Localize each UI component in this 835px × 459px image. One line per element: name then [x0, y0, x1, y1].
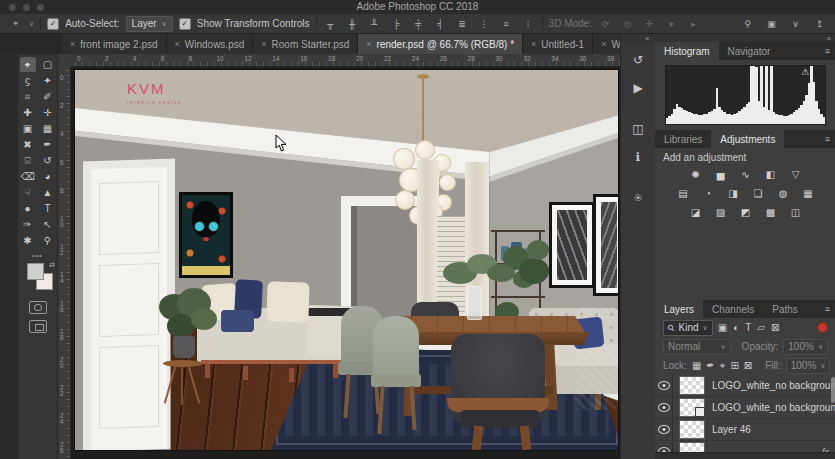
- dodge-tool[interactable]: ▲: [40, 185, 56, 200]
- threshold-icon[interactable]: ◩: [737, 206, 754, 219]
- document-tab[interactable]: ×Windows.psd: [167, 34, 254, 54]
- history-brush-tool[interactable]: ↺: [40, 153, 56, 168]
- collapse-panels-chevron[interactable]: «: [645, 34, 649, 43]
- vertical-ruler[interactable]: 024681 01 21 41 61 82 02 22 42 6: [58, 66, 71, 459]
- lock-artboard-icon[interactable]: ⊞: [730, 360, 738, 372]
- document-tab[interactable]: ×Untitled-1: [523, 34, 593, 54]
- panel-menu-icon[interactable]: ≡: [825, 304, 830, 314]
- exposure-icon[interactable]: ◧: [762, 168, 779, 181]
- align-right-edges-icon[interactable]: ╡: [433, 16, 448, 31]
- canvas[interactable]: KVM INTERIOR DESIGN: [75, 70, 618, 450]
- current-tool-icon[interactable]: ⌖: [8, 16, 23, 31]
- 3d-roll-icon[interactable]: ◎: [620, 16, 635, 31]
- 3d-camera-icon[interactable]: ▸: [686, 16, 701, 31]
- vibrance-icon[interactable]: ▽: [787, 168, 804, 181]
- move-tool[interactable]: ⌖: [20, 57, 36, 72]
- healing-brush-tool[interactable]: ✛: [40, 105, 56, 120]
- slice-tool[interactable]: ✖: [20, 137, 36, 152]
- visibility-toggle[interactable]: [655, 375, 673, 396]
- color-balance-icon[interactable]: ◔: [700, 187, 717, 200]
- filter-adjustment-layers-icon[interactable]: ◐: [733, 322, 739, 333]
- hand-tool[interactable]: ✱: [20, 233, 36, 248]
- lock-all-icon[interactable]: ⊠: [744, 360, 752, 372]
- blend-mode-dropdown[interactable]: Normal ∨: [663, 339, 731, 355]
- photo-filter-icon[interactable]: ❏: [750, 187, 767, 200]
- device-preview-panel-icon[interactable]: ◫: [625, 117, 651, 141]
- filter-shape-layers-icon[interactable]: ▱: [757, 322, 765, 333]
- layer-thumbnail[interactable]: [679, 376, 705, 395]
- align-vertical-centers-icon[interactable]: ╫: [345, 16, 360, 31]
- curves-icon[interactable]: ∿: [737, 168, 754, 181]
- search-icon[interactable]: ⚲: [740, 16, 755, 31]
- close-tab-icon[interactable]: ×: [70, 39, 75, 49]
- tab-histogram[interactable]: Histogram: [655, 42, 719, 60]
- lock-position-icon[interactable]: ⌖: [720, 360, 726, 372]
- align-horizontal-centers-icon[interactable]: ╪: [411, 16, 426, 31]
- workspace-switcher-icon[interactable]: ▣: [764, 16, 779, 31]
- visibility-toggle[interactable]: [655, 397, 673, 418]
- tab-adjustments[interactable]: Adjustments: [711, 130, 784, 148]
- spot-healing-brush-tool[interactable]: ✚: [20, 105, 36, 120]
- pen-tool[interactable]: ✑: [20, 217, 36, 232]
- workspace-chevron-icon[interactable]: ∨: [788, 16, 803, 31]
- sponge-tool[interactable]: ●: [20, 201, 36, 216]
- edit-toolbar-ellipsis[interactable]: •••: [18, 252, 57, 259]
- tool-preset-chevron-icon[interactable]: ∨: [29, 20, 34, 28]
- align-top-edges-icon[interactable]: ╥: [323, 16, 338, 31]
- close-tab-icon[interactable]: ×: [175, 39, 180, 49]
- path-selection-tool[interactable]: ↖: [40, 217, 56, 232]
- color-lookup-icon[interactable]: ▦: [800, 187, 817, 200]
- clone-source-panel-icon[interactable]: ⍟: [625, 186, 651, 210]
- eraser-tool[interactable]: ⌫: [20, 169, 36, 184]
- rectangular-marquee-tool[interactable]: ▢: [40, 57, 56, 72]
- hue-saturation-icon[interactable]: ▤: [675, 187, 692, 200]
- quick-selection-tool[interactable]: ✦: [40, 73, 56, 88]
- filter-type-layers-icon[interactable]: T: [745, 322, 751, 333]
- document-tab[interactable]: ×Room Starter.psd: [253, 34, 358, 54]
- close-tab-icon[interactable]: ×: [366, 39, 371, 49]
- gradient-map-icon[interactable]: ▩: [762, 206, 779, 219]
- layer-row[interactable]: Layer 46: [655, 419, 835, 441]
- pattern-stamp-tool[interactable]: ▦: [40, 121, 56, 136]
- align-bottom-edges-icon[interactable]: ╨: [367, 16, 382, 31]
- distribute-spacing-icon[interactable]: ⁞: [521, 16, 536, 31]
- lock-pixels-icon[interactable]: ✒: [706, 360, 714, 372]
- tab-layers[interactable]: Layers: [655, 300, 703, 318]
- layer-row[interactable]: LOGO_white_no backgroun...: [655, 375, 835, 397]
- brush-tool[interactable]: ✒: [40, 137, 56, 152]
- frame-tool[interactable]: ▣: [20, 121, 36, 136]
- foreground-color-swatch[interactable]: [27, 263, 44, 280]
- history-panel-icon[interactable]: ↺: [625, 48, 651, 72]
- channel-mixer-icon[interactable]: ◍: [775, 187, 792, 200]
- filter-smart-objects-icon[interactable]: ⊠: [771, 322, 779, 333]
- tab-channels[interactable]: Channels: [703, 300, 763, 318]
- 3d-slide-icon[interactable]: ∗: [664, 16, 679, 31]
- document-tab[interactable]: ×front image 2.psd: [62, 34, 167, 54]
- filter-pixel-layers-icon[interactable]: ▣: [718, 322, 727, 333]
- distribute-horizontal-icon[interactable]: ⋮: [477, 16, 492, 31]
- visibility-toggle[interactable]: [655, 419, 673, 440]
- paint-bucket-tool[interactable]: ◕: [40, 169, 56, 184]
- clone-stamp-tool[interactable]: ⌻: [20, 153, 36, 168]
- layer-row[interactable]: LOGO_white_no backgroun...: [655, 397, 835, 419]
- distribute-widths-icon[interactable]: ≡: [499, 16, 514, 31]
- black-white-icon[interactable]: ◨: [725, 187, 742, 200]
- panel-menu-icon[interactable]: ≡: [825, 134, 830, 144]
- crop-tool[interactable]: ⌗: [20, 89, 36, 104]
- horizontal-ruler[interactable]: 02468101214161820222426283032343638: [70, 54, 620, 67]
- tab-paths[interactable]: Paths: [763, 300, 807, 318]
- posterize-icon[interactable]: ▨: [712, 206, 729, 219]
- tab-navigator[interactable]: Navigator: [719, 42, 780, 60]
- zoom-tool[interactable]: ⚲: [40, 233, 56, 248]
- tab-libraries[interactable]: Libraries: [655, 130, 711, 148]
- info-panel-icon[interactable]: ℹ: [625, 145, 651, 169]
- swap-colors-icon[interactable]: ⇄: [49, 261, 55, 269]
- 3d-orbit-icon[interactable]: ⟳: [598, 16, 613, 31]
- screen-mode-icon[interactable]: [29, 320, 47, 333]
- smudge-tool[interactable]: ☟: [20, 185, 36, 200]
- selective-color-icon[interactable]: ◫: [787, 206, 804, 219]
- type-tool[interactable]: T: [40, 201, 56, 216]
- close-tab-icon[interactable]: ×: [531, 39, 536, 49]
- fill-dropdown[interactable]: 100% ∨: [786, 358, 830, 374]
- auto-select-checkbox[interactable]: ✓: [47, 18, 59, 30]
